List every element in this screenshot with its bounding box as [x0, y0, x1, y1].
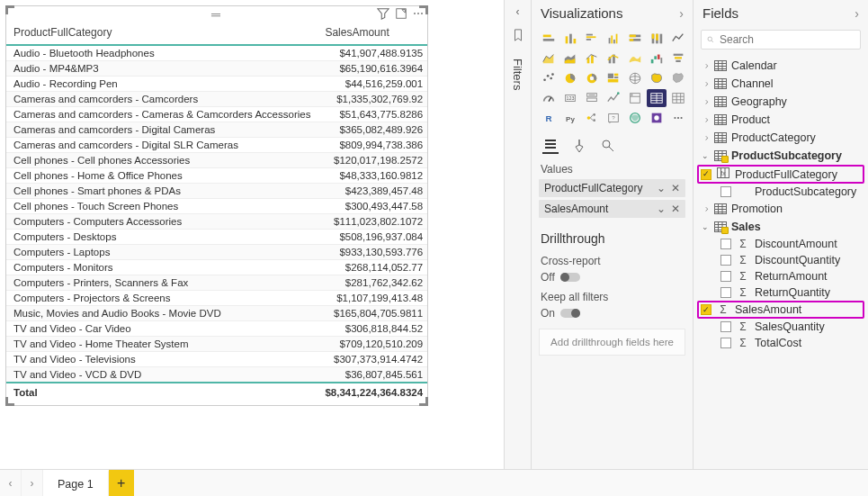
- field-totalcost[interactable]: ΣTotalCost: [697, 335, 864, 351]
- table-row[interactable]: Cell phones - Cell phones Accessories$12…: [6, 153, 427, 168]
- table-node-promotion[interactable]: ⌵Promotion: [697, 200, 864, 218]
- table-row[interactable]: Audio - Bluetooth Headphones$41,907,488.…: [6, 45, 427, 61]
- viz-type-17[interactable]: [604, 69, 623, 87]
- field-checkbox[interactable]: [701, 169, 711, 180]
- filter-icon[interactable]: [377, 7, 389, 23]
- table-row[interactable]: Cell phones - Touch Screen Phones$300,49…: [6, 199, 427, 214]
- table-row[interactable]: Computers - Printers, Scanners & Fax$281…: [6, 275, 427, 291]
- table-row[interactable]: Cell phones - Home & Office Phones$48,33…: [6, 168, 427, 184]
- field-checkbox[interactable]: [720, 186, 731, 197]
- chevron-down-icon[interactable]: ⌄: [657, 182, 666, 194]
- chevron-icon[interactable]: ⌵: [701, 204, 710, 213]
- viz-type-19[interactable]: [647, 69, 667, 87]
- field-returnquantity[interactable]: ΣReturnQuantity: [697, 284, 864, 301]
- table-row[interactable]: TV and Video - Televisions$307,373,914.4…: [6, 352, 427, 367]
- chevron-icon[interactable]: ⌵: [701, 133, 710, 142]
- viz-type-1[interactable]: [560, 30, 580, 48]
- viz-type-25[interactable]: [625, 89, 645, 107]
- viz-type-28[interactable]: R: [539, 109, 559, 127]
- table-row[interactable]: Music, Movies and Audio Books - Movie DV…: [6, 306, 427, 321]
- page-tab-1[interactable]: Page 1: [43, 470, 109, 496]
- table-row[interactable]: Cameras and camcorders - Digital SLR Cam…: [6, 138, 427, 153]
- table-row[interactable]: Cell phones - Smart phones & PDAs$423,38…: [6, 184, 427, 199]
- field-checkbox[interactable]: [701, 304, 711, 315]
- table-node-sales[interactable]: ⌄Sales: [697, 218, 864, 236]
- viz-type-2[interactable]: [582, 30, 602, 48]
- add-page-button[interactable]: +: [109, 470, 134, 496]
- viz-type-34[interactable]: [668, 109, 688, 127]
- expand-filters-icon[interactable]: ‹: [516, 5, 520, 18]
- table-row[interactable]: Computers - Laptops$933,130,593.776: [6, 245, 427, 260]
- field-checkbox[interactable]: [720, 239, 731, 249]
- chevron-down-icon[interactable]: ⌄: [657, 203, 666, 215]
- viz-type-9[interactable]: [582, 50, 602, 68]
- table-row[interactable]: Cameras and camcorders - Cameras & Camco…: [6, 107, 427, 122]
- field-returnamount[interactable]: ΣReturnAmount: [697, 268, 864, 284]
- field-checkbox[interactable]: [720, 287, 731, 298]
- viz-type-24[interactable]: [604, 89, 623, 107]
- table-row[interactable]: Audio - Recording Pen$44,516,259.001: [6, 77, 427, 92]
- field-checkbox[interactable]: [720, 255, 731, 266]
- viz-type-22[interactable]: 123: [560, 89, 580, 107]
- viz-type-15[interactable]: [560, 69, 580, 87]
- viz-type-30[interactable]: [582, 109, 602, 127]
- viz-type-16[interactable]: [582, 69, 602, 87]
- focus-mode-icon[interactable]: [395, 7, 407, 23]
- table-row[interactable]: Cameras and camcorders - Camcorders$1,33…: [6, 92, 427, 107]
- field-well-item[interactable]: ProductFullCategory⌄✕: [539, 179, 685, 197]
- field-salesquantity[interactable]: ΣSalesQuantity: [697, 319, 864, 335]
- analytics-tab-icon[interactable]: [600, 138, 616, 154]
- table-visual[interactable]: ═ ⋯ ProductFullCategory SalesAmount Audi…: [5, 5, 428, 406]
- field-productfullcategory[interactable]: fxProductFullCategory: [697, 165, 864, 184]
- table-node-channel[interactable]: ⌵Channel: [697, 75, 864, 93]
- viz-type-10[interactable]: [604, 50, 623, 68]
- table-row[interactable]: Audio - MP4&MP3$65,190,616.3964: [6, 61, 427, 77]
- table-row[interactable]: Computers - Computers Accessories$111,02…: [6, 214, 427, 230]
- viz-type-13[interactable]: [668, 50, 688, 68]
- cross-report-toggle[interactable]: [560, 273, 580, 282]
- viz-type-14[interactable]: [539, 69, 559, 87]
- field-well-item[interactable]: SalesAmount⌄✕: [539, 200, 685, 218]
- collapse-fields-icon[interactable]: ›: [855, 6, 859, 21]
- page-next-button[interactable]: ›: [22, 470, 43, 496]
- bookmark-icon[interactable]: [512, 29, 524, 44]
- report-canvas[interactable]: ═ ⋯ ProductFullCategory SalesAmount Audi…: [0, 0, 504, 469]
- viz-type-18[interactable]: [625, 69, 645, 87]
- field-productsubcategory[interactable]: ProductSubcategory: [697, 184, 864, 200]
- viz-type-3[interactable]: [604, 30, 623, 48]
- viz-type-20[interactable]: [668, 69, 688, 87]
- viz-type-8[interactable]: [560, 50, 580, 68]
- viz-type-11[interactable]: [625, 50, 645, 68]
- table-row[interactable]: Computers - Monitors$268,114,052.77: [6, 260, 427, 275]
- field-checkbox[interactable]: [720, 271, 731, 282]
- table-row[interactable]: Computers - Desktops$508,196,937.084: [6, 230, 427, 245]
- more-options-icon[interactable]: ⋯: [413, 7, 424, 23]
- filters-pane-collapsed[interactable]: ‹ Filters: [504, 0, 531, 469]
- table-node-calendar[interactable]: ⌵Calendar: [697, 57, 864, 75]
- field-checkbox[interactable]: [720, 321, 731, 332]
- format-tab-icon[interactable]: [571, 138, 587, 154]
- chevron-icon[interactable]: ⌵: [701, 115, 710, 124]
- remove-field-icon[interactable]: ✕: [671, 182, 680, 194]
- page-prev-button[interactable]: ‹: [0, 470, 22, 496]
- viz-type-27[interactable]: [668, 89, 688, 107]
- viz-type-4[interactable]: [625, 30, 645, 48]
- col-header-category[interactable]: ProductFullCategory: [6, 23, 318, 45]
- chevron-icon[interactable]: ⌄: [701, 151, 710, 160]
- viz-type-29[interactable]: Py: [560, 109, 580, 127]
- resize-handle-br[interactable]: [419, 397, 428, 406]
- viz-type-31[interactable]: ?: [604, 109, 623, 127]
- chevron-icon[interactable]: ⌄: [701, 222, 710, 231]
- drillthrough-drop-area[interactable]: Add drillthrough fields here: [539, 329, 685, 356]
- table-row[interactable]: Computers - Projectors & Screens$1,107,1…: [6, 291, 427, 306]
- field-discountquantity[interactable]: ΣDiscountQuantity: [697, 252, 864, 268]
- table-row[interactable]: TV and Video - Car Video$306,818,844.52: [6, 321, 427, 337]
- collapse-viz-icon[interactable]: ›: [679, 6, 684, 21]
- table-node-geography[interactable]: ⌵Geography: [697, 93, 864, 111]
- fields-tab-icon[interactable]: [542, 138, 559, 154]
- viz-type-12[interactable]: [647, 50, 667, 68]
- chevron-icon[interactable]: ⌵: [701, 61, 710, 70]
- viz-type-23[interactable]: [582, 89, 602, 107]
- chevron-icon[interactable]: ⌵: [701, 79, 710, 88]
- resize-handle-bl[interactable]: [5, 397, 14, 406]
